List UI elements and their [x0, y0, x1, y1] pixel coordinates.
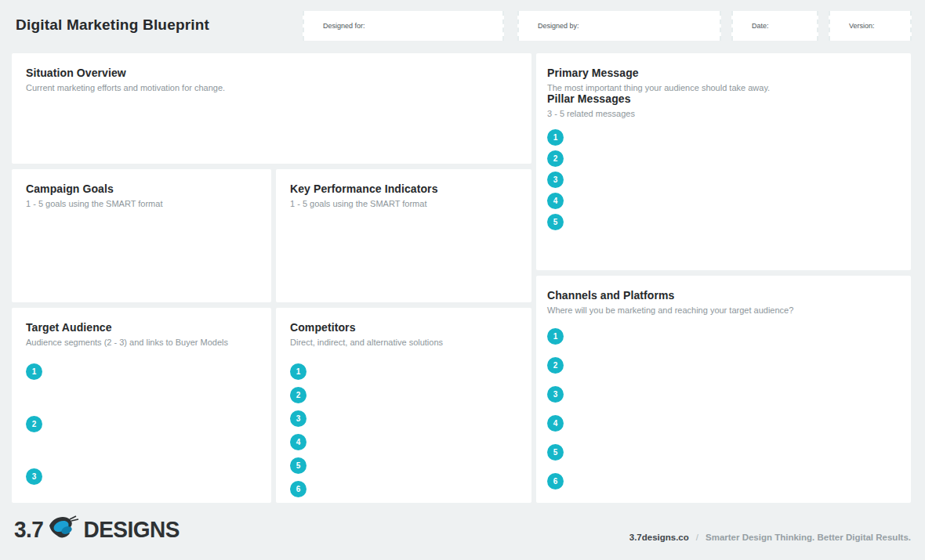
number-badge: 1: [547, 328, 564, 345]
pillar-messages-subtitle: 3 - 5 related messages: [547, 109, 900, 118]
designed-by-field[interactable]: Designed by:: [517, 11, 721, 41]
channels-number-list: 123456: [547, 328, 900, 490]
number-badge: 4: [290, 434, 307, 450]
pillar-messages-number-list: 12345: [547, 129, 900, 230]
card-competitors: Competitors Direct, indirect, and altern…: [276, 308, 531, 503]
designed-by-label: Designed by:: [538, 22, 579, 30]
number-badge: 1: [26, 363, 42, 380]
version-field[interactable]: Version:: [829, 11, 912, 41]
number-badge: 5: [547, 214, 564, 230]
campaign-goals-subtitle: 1 - 5 goals using the SMART format: [26, 199, 257, 208]
target-audience-subtitle: Audience segments (2 - 3) and links to B…: [26, 338, 257, 347]
logo-prefix: 3.7: [14, 517, 43, 544]
date-field[interactable]: Date:: [731, 11, 818, 41]
designed-for-label: Designed for:: [323, 22, 365, 30]
number-badge: 3: [547, 172, 564, 188]
page-title: Digital Marketing Blueprint: [16, 16, 209, 34]
kpi-subtitle: 1 - 5 goals using the SMART format: [290, 199, 517, 208]
footer-site-url: 3.7designs.co: [629, 533, 689, 542]
logo: 3.7 DESIGNS: [14, 518, 180, 543]
channels-title: Channels and Platforms: [547, 289, 900, 302]
situation-overview-title: Situation Overview: [26, 67, 517, 79]
number-badge: 1: [290, 363, 307, 380]
footer-separator: /: [696, 533, 698, 542]
number-badge: 5: [547, 444, 564, 461]
number-badge: 2: [547, 357, 564, 374]
pillar-messages-title: Pillar Messages: [547, 92, 900, 105]
competitors-subtitle: Direct, indirect, and alternative soluti…: [290, 338, 517, 347]
designed-for-field[interactable]: Designed for:: [303, 11, 504, 41]
card-target-audience: Target Audience Audience segments (2 - 3…: [12, 308, 271, 503]
number-badge: 3: [26, 468, 42, 485]
number-badge: 5: [290, 457, 307, 474]
target-audience-title: Target Audience: [26, 321, 257, 334]
competitors-title: Competitors: [290, 321, 517, 334]
card-channels-and-platforms: Channels and Platforms Where will you be…: [536, 276, 911, 503]
number-badge: 2: [26, 416, 42, 432]
card-campaign-goals: Campaign Goals 1 - 5 goals using the SMA…: [12, 169, 271, 302]
situation-overview-subtitle: Current marketing efforts and motivation…: [26, 83, 517, 92]
number-badge: 3: [547, 386, 564, 403]
channels-subtitle: Where will you be marketing and reaching…: [547, 305, 900, 315]
butterfly-logo-icon: [46, 515, 81, 541]
primary-message-subtitle: The most important thing your audience s…: [547, 83, 900, 92]
footer-slogan: Smarter Design Thinking. Better Digital …: [706, 533, 911, 542]
version-label: Version:: [849, 22, 875, 30]
competitors-number-list: 123456: [290, 363, 517, 497]
number-badge: 4: [547, 193, 564, 209]
card-situation-overview: Situation Overview Current marketing eff…: [12, 53, 531, 164]
target-audience-number-list: 123: [26, 363, 257, 485]
number-badge: 2: [290, 387, 307, 403]
number-badge: 1: [547, 129, 564, 146]
logo-suffix: DESIGNS: [83, 517, 180, 544]
number-badge: 6: [290, 481, 307, 497]
date-label: Date:: [752, 22, 769, 30]
card-key-performance-indicators: Key Performance Indicators 1 - 5 goals u…: [276, 169, 531, 302]
campaign-goals-title: Campaign Goals: [26, 182, 257, 195]
primary-message-title: Primary Message: [547, 67, 900, 79]
footer-tagline: 3.7designs.co / Smarter Design Thinking.…: [629, 533, 911, 542]
card-messaging: Primary Message The most important thing…: [536, 53, 911, 270]
number-badge: 3: [290, 410, 307, 427]
kpi-title: Key Performance Indicators: [290, 182, 517, 195]
number-badge: 6: [547, 473, 564, 490]
number-badge: 2: [547, 150, 564, 167]
number-badge: 4: [547, 415, 564, 432]
